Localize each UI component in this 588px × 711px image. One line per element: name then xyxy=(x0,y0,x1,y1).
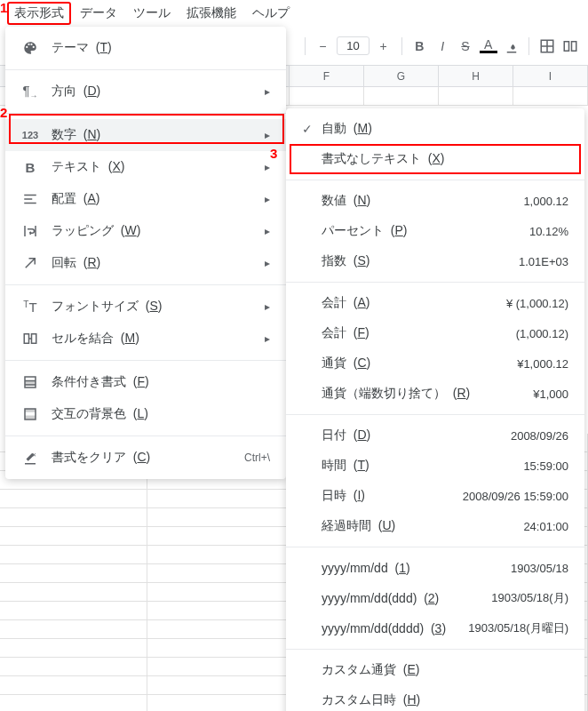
menu-separator xyxy=(5,435,286,436)
submenu-label: 書式なしテキスト (X) xyxy=(322,151,444,167)
svg-text:✕: ✕ xyxy=(32,452,36,458)
fill-color-icon[interactable] xyxy=(503,37,520,55)
clear-icon: ✕ xyxy=(21,450,39,466)
submenu-sample: 10.12% xyxy=(529,225,568,238)
submenu-sample: 1,000.12 xyxy=(523,195,568,208)
svg-rect-1 xyxy=(25,409,36,412)
menu-label: テキスト (X) xyxy=(52,159,252,175)
menubar-item-tools[interactable]: ツール xyxy=(126,2,178,25)
submenu-sample: 1903/05/18 xyxy=(511,562,568,575)
menu-label: フォントサイズ (S) xyxy=(52,299,252,315)
svg-rect-0 xyxy=(25,381,36,386)
chevron-right-icon: ▸ xyxy=(265,129,270,141)
menubar-item-help[interactable]: ヘルプ xyxy=(245,2,297,25)
submenu-item[interactable]: 数値 (N)1,000.12 xyxy=(286,186,584,216)
submenu-item[interactable]: カスタム通貨 (E) xyxy=(286,655,584,685)
text-color-icon[interactable]: A xyxy=(480,39,497,53)
submenu-label: 経過時間 (U) xyxy=(322,518,395,534)
submenu-label: 会計 (A) xyxy=(322,295,369,311)
chevron-right-icon: ▸ xyxy=(265,257,270,269)
check-icon: ✓ xyxy=(302,122,316,136)
toolbar-separator xyxy=(528,37,529,55)
strike-icon[interactable]: S xyxy=(457,37,474,55)
minus-icon[interactable]: − xyxy=(314,37,331,55)
123-icon: 123 xyxy=(21,130,39,140)
chevron-right-icon: ▸ xyxy=(265,161,270,173)
column-header[interactable]: I xyxy=(513,66,588,86)
pilcrow-icon: ¶→ xyxy=(21,83,39,100)
menubar-item-data[interactable]: データ xyxy=(73,2,124,25)
submenu-item[interactable]: 会計 (A)¥ (1,000.12) xyxy=(286,288,584,318)
submenu-label: パーセント (P) xyxy=(322,223,407,239)
submenu-sample: 1903/05/18(月曜日) xyxy=(468,620,568,636)
rotate-icon xyxy=(21,255,39,271)
number-submenu-popup: ✓自動 (M)書式なしテキスト (X)数値 (N)1,000.12パーセント (… xyxy=(286,108,584,711)
submenu-sample: 24:01:00 xyxy=(523,520,568,533)
svg-rect-2 xyxy=(25,416,36,419)
submenu-sample: 1903/05/18(月) xyxy=(491,590,568,606)
menubar: 表示形式 データ ツール 拡張機能 ヘルプ xyxy=(0,0,588,27)
submenu-item[interactable]: 書式なしテキスト (X) xyxy=(286,144,584,174)
menu-item-交互の背景色[interactable]: 交互の背景色 (L) xyxy=(5,398,286,430)
submenu-label: yyyy/mm/dd(ddd) (2) xyxy=(322,591,439,605)
menu-shortcut: Ctrl+\ xyxy=(244,451,270,464)
plus-icon[interactable]: + xyxy=(375,37,393,55)
submenu-item[interactable]: 日時 (I)2008/09/26 15:59:00 xyxy=(286,481,584,511)
menu-item-テキスト[interactable]: Bテキスト (X)▸ xyxy=(5,151,286,183)
submenu-label: 日付 (D) xyxy=(322,427,370,443)
menu-separator xyxy=(286,649,584,650)
menu-item-数字[interactable]: 123数字 (N)▸ xyxy=(5,119,286,151)
submenu-item[interactable]: 通貨 (C)¥1,000.12 xyxy=(286,348,584,379)
chevron-right-icon: ▸ xyxy=(265,300,270,313)
submenu-item[interactable]: 経過時間 (U)24:01:00 xyxy=(286,511,584,541)
menu-item-条件付き書式[interactable]: 条件付き書式 (F) xyxy=(5,366,286,398)
menu-item-配置[interactable]: 配置 (A)▸ xyxy=(5,183,286,215)
submenu-sample: 15:59:00 xyxy=(523,459,568,473)
bold-icon[interactable]: B xyxy=(411,37,429,55)
submenu-item[interactable]: yyyy/mm/dd(ddd) (2)1903/05/18(月) xyxy=(286,583,584,613)
column-header[interactable]: G xyxy=(364,66,439,86)
format-menu-popup: テーマ (T)¶→方向 (D)▸123数字 (N)▸Bテキスト (X)▸配置 (… xyxy=(5,27,286,479)
submenu-item[interactable]: カスタム日時 (H) xyxy=(286,685,584,711)
menu-separator xyxy=(5,113,286,114)
submenu-item[interactable]: 日付 (D)2008/09/26 xyxy=(286,420,584,451)
submenu-item[interactable]: 時間 (T)15:59:00 xyxy=(286,451,584,481)
chevron-right-icon: ▸ xyxy=(265,193,270,205)
submenu-item[interactable]: 指数 (S)1.01E+03 xyxy=(286,246,584,276)
submenu-item[interactable]: yyyy/mm/dd (1)1903/05/18 xyxy=(286,553,584,583)
menu-item-書式をクリア[interactable]: ✕書式をクリア (C)Ctrl+\ xyxy=(5,442,286,474)
menu-item-方向[interactable]: ¶→方向 (D)▸ xyxy=(5,76,286,108)
submenu-label: 数値 (N) xyxy=(322,193,370,209)
submenu-item[interactable]: 通貨（端数切り捨て） (R)¥1,000 xyxy=(286,379,584,409)
submenu-label: カスタム日時 (H) xyxy=(322,692,420,708)
menu-separator xyxy=(286,180,584,180)
menu-label: 回転 (R) xyxy=(52,255,252,271)
menu-label: 方向 (D) xyxy=(52,84,252,100)
merge-icon[interactable] xyxy=(561,37,579,55)
column-header[interactable]: H xyxy=(439,66,513,86)
menubar-item-format[interactable]: 表示形式 xyxy=(7,2,71,25)
B-icon: B xyxy=(21,160,39,175)
menu-item-回転[interactable]: 回転 (R)▸ xyxy=(5,247,286,279)
menu-label: 数字 (N) xyxy=(52,127,252,143)
italic-icon[interactable]: I xyxy=(433,37,451,55)
menu-separator xyxy=(286,547,584,547)
submenu-label: 会計 (F) xyxy=(322,325,369,341)
menubar-item-extensions[interactable]: 拡張機能 xyxy=(179,2,243,25)
submenu-item[interactable]: yyyy/mm/dd(dddd) (3)1903/05/18(月曜日) xyxy=(286,613,584,643)
column-header[interactable]: F xyxy=(290,66,364,86)
callout-2: 2 xyxy=(0,105,7,120)
menu-item-テーマ[interactable]: テーマ (T) xyxy=(5,32,286,64)
fontsize-input[interactable]: 10 xyxy=(337,36,369,55)
submenu-label: 通貨（端数切り捨て） (R) xyxy=(322,386,470,402)
submenu-item[interactable]: パーセント (P)10.12% xyxy=(286,216,584,246)
submenu-item[interactable]: ✓自動 (M) xyxy=(286,114,584,144)
menu-item-ラッピング[interactable]: ラッピング (W)▸ xyxy=(5,215,286,247)
tT-icon: TT xyxy=(21,300,39,315)
submenu-item[interactable]: 会計 (F)(1,000.12) xyxy=(286,318,584,348)
borders-icon[interactable] xyxy=(538,37,556,55)
menu-item-フォントサイズ[interactable]: TTフォントサイズ (S)▸ xyxy=(5,291,286,323)
menu-label: 書式をクリア (C) xyxy=(52,450,232,466)
menu-label: ラッピング (W) xyxy=(52,223,252,239)
menu-item-セルを結合[interactable]: セルを結合 (M)▸ xyxy=(5,323,286,355)
